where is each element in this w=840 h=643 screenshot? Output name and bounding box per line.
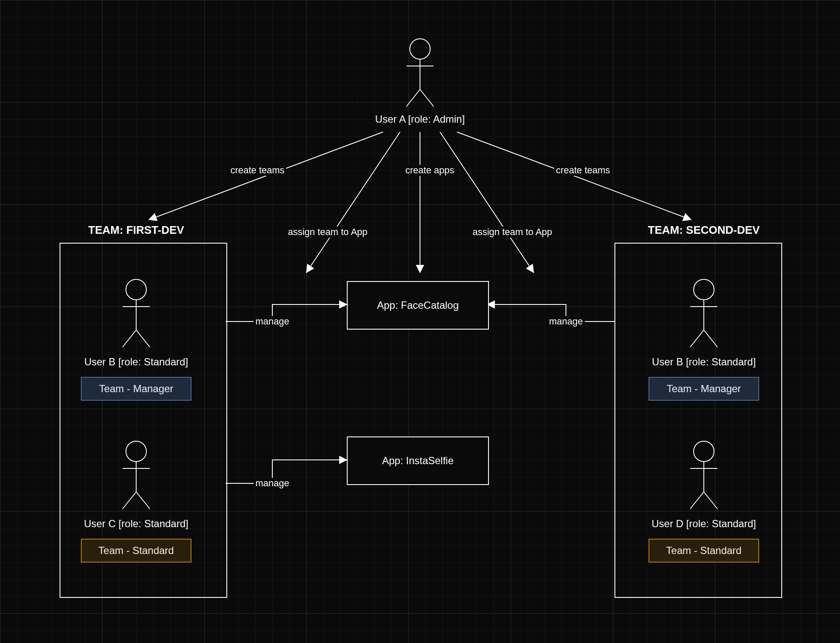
role-box-team1-manager: Team - Manager — [81, 377, 191, 401]
role-label-standard: Team - Standard — [98, 545, 174, 557]
svg-line-5 — [149, 132, 383, 220]
actor-label-team1-bottom: User C [role: Standard] — [84, 518, 188, 530]
actor-label-team2-bottom: User D [role: Standard] — [651, 518, 756, 530]
edge-label-assign-right: assign team to App — [471, 227, 554, 238]
app-label-instaselfie: App: InstaSelfie — [382, 455, 454, 467]
edge-label-manage-left-top: manage — [254, 316, 291, 327]
role-box-team1-standard: Team - Standard — [81, 539, 191, 563]
edge-label-create-teams-right: create teams — [554, 165, 611, 176]
edge-label-manage-left-bottom: manage — [254, 478, 291, 489]
svg-point-0 — [410, 39, 430, 59]
actor-label-admin: User A [role: Admin] — [375, 113, 465, 125]
actor-label-team2-top: User B [role: Standard] — [652, 356, 756, 368]
team-title-second: TEAM: SECOND-DEV — [648, 224, 760, 237]
actor-label-team1-top: User B [role: Standard] — [84, 356, 188, 368]
diagram-canvas: User A [role: Admin] create teams assign… — [0, 0, 840, 643]
svg-line-4 — [420, 89, 434, 106]
app-box-instaselfie: App: InstaSelfie — [347, 436, 489, 485]
svg-line-6 — [306, 132, 400, 273]
role-box-team2-standard: Team - Standard — [649, 539, 759, 563]
role-label-standard-2: Team - Standard — [666, 545, 741, 557]
role-label-manager-2: Team - Manager — [667, 383, 741, 395]
edge-label-create-teams-left: create teams — [229, 165, 286, 176]
svg-line-9 — [457, 132, 691, 220]
app-label-facecatalog: App: FaceCatalog — [377, 299, 459, 311]
app-box-facecatalog: App: FaceCatalog — [347, 281, 489, 330]
edge-label-manage-right-top: manage — [547, 316, 585, 327]
edge-label-create-apps: create apps — [404, 165, 456, 176]
role-label-manager: Team - Manager — [99, 383, 174, 395]
svg-line-8 — [440, 132, 534, 273]
stick-figure-admin — [406, 39, 434, 106]
role-box-team2-manager: Team - Manager — [649, 377, 759, 401]
svg-line-3 — [406, 89, 420, 106]
team-title-first: TEAM: FIRST-DEV — [88, 224, 184, 237]
edge-label-assign-left: assign team to App — [286, 227, 369, 238]
